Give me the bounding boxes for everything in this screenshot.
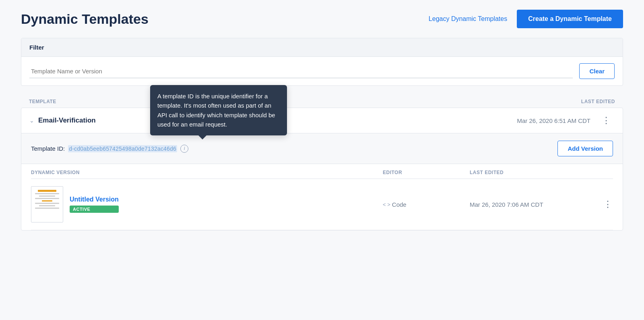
filter-section: Filter Clear <box>21 38 623 86</box>
template-id-row: Template ID: d-cd0ab5eeb657425498a0de713… <box>31 145 188 153</box>
template-last-edited: Mar 26, 2020 6:51 AM CDT <box>517 117 590 124</box>
active-status-badge: ACTIVE <box>70 206 119 213</box>
last-edited-column-header: Last Edited <box>581 99 615 104</box>
template-filter-input[interactable] <box>29 64 573 78</box>
version-last-edited: Mar 26, 2020 7:06 AM CDT <box>470 201 582 208</box>
version-row: Untitled Version ACTIVE < > Code Mar 26,… <box>31 179 613 230</box>
template-row-left: ⌄ Email-Verification <box>29 116 96 125</box>
thumb-line-2 <box>35 193 59 194</box>
add-version-button[interactable]: Add Version <box>557 141 613 156</box>
template-name: Email-Verification <box>38 116 96 125</box>
dynamic-version-col-header: Dynamic Version <box>31 170 376 175</box>
version-table-header: Dynamic Version Editor Last Edited <box>31 164 613 179</box>
template-options-button[interactable]: ⋮ <box>599 115 615 126</box>
version-options-button[interactable]: ⋮ <box>589 199 613 210</box>
version-last-edited-col-header: Last Edited <box>470 170 582 175</box>
template-list: ⌄ Email-Verification Mar 26, 2020 6:51 A… <box>21 108 623 231</box>
legacy-link[interactable]: Legacy Dynamic Templates <box>429 15 507 23</box>
version-section: Dynamic Version Editor Last Edited <box>21 164 623 230</box>
thumb-line-8 <box>35 208 59 209</box>
template-id-value[interactable]: d-cd0ab5eeb657425498a0de7132ac46d6 <box>68 145 177 152</box>
thumb-line-5 <box>42 200 52 202</box>
thumb-line-6 <box>35 203 59 204</box>
template-detail-row: A template ID is the unique identifier f… <box>21 133 623 164</box>
page-title: Dynamic Templates <box>21 11 149 27</box>
template-row-right: Mar 26, 2020 6:51 AM CDT ⋮ <box>517 115 615 126</box>
tooltip-text: A template ID is the unique identifier f… <box>157 93 275 128</box>
create-dynamic-template-button[interactable]: Create a Dynamic Template <box>517 10 623 28</box>
thumb-line-1 <box>38 190 56 192</box>
template-column-header: Template <box>29 99 56 104</box>
code-editor-icon: < > <box>383 202 390 208</box>
thumb-line-7 <box>39 205 55 206</box>
version-actions-col-header <box>589 170 613 175</box>
version-name-info: Untitled Version ACTIVE <box>70 196 119 213</box>
chevron-down-icon[interactable]: ⌄ <box>29 117 34 124</box>
editor-label: Code <box>392 201 407 208</box>
version-name-link[interactable]: Untitled Version <box>70 196 119 203</box>
version-thumbnail[interactable] <box>31 186 63 222</box>
thumb-line-4 <box>35 198 59 199</box>
version-name-cell: Untitled Version ACTIVE <box>31 186 376 222</box>
header-actions: Legacy Dynamic Templates Create a Dynami… <box>429 10 623 28</box>
editor-col-header: Editor <box>383 170 463 175</box>
clear-filter-button[interactable]: Clear <box>579 63 615 79</box>
template-id-label: Template ID: <box>31 145 65 152</box>
filter-body: Clear <box>21 57 623 85</box>
page-header: Dynamic Templates Legacy Dynamic Templat… <box>21 10 623 28</box>
thumb-line-3 <box>39 195 55 197</box>
template-id-info-icon[interactable]: i <box>180 145 188 153</box>
template-row: ⌄ Email-Verification Mar 26, 2020 6:51 A… <box>21 108 623 133</box>
template-id-tooltip: A template ID is the unique identifier f… <box>150 85 287 135</box>
editor-cell: < > Code <box>383 201 463 208</box>
filter-header-label: Filter <box>21 38 623 57</box>
template-table-header: Template Last Edited <box>21 96 623 108</box>
